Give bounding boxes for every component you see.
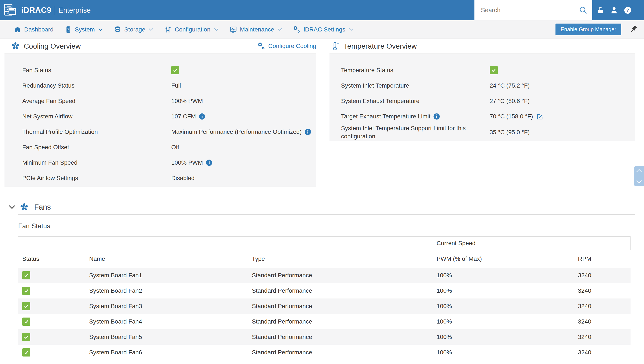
pin-icon[interactable] xyxy=(628,25,638,35)
cell-name: System Board Fan2 xyxy=(85,287,248,294)
status-ok-icon xyxy=(22,333,30,341)
fans-section-title: Fans xyxy=(34,203,51,211)
nav-item-label: Storage xyxy=(124,26,145,33)
table-row: System Board Fan3Standard Performance100… xyxy=(18,298,630,314)
cooling-rows: Fan StatusRedundancy StatusFullAverage F… xyxy=(4,54,316,187)
system-icon xyxy=(64,26,72,33)
svg-text:?: ? xyxy=(626,8,629,13)
temperature-rows: Temperature StatusSystem Inlet Temperatu… xyxy=(330,54,635,141)
group-cell-current-speed: Current Speed xyxy=(434,236,630,250)
chevron-up-icon[interactable] xyxy=(636,169,642,172)
nav-item-label: iDRAC Settings xyxy=(304,26,345,33)
unlock-icon[interactable] xyxy=(596,6,605,15)
table-group-header-row: Current Speed xyxy=(18,236,630,250)
nav-item-idrac-settings[interactable]: iDRAC Settings xyxy=(293,26,354,33)
column-header-pwm-of-max-: PWM (% of Max) xyxy=(434,255,575,262)
nav-item-label: Dashboard xyxy=(24,26,54,33)
cell-status xyxy=(18,333,85,341)
cell-status xyxy=(18,287,85,295)
configure-cooling-link[interactable]: Configure Cooling xyxy=(258,39,316,54)
info-icon[interactable] xyxy=(206,159,212,166)
chevron-down-icon xyxy=(98,28,103,31)
nav-right: Enable Group Manager xyxy=(556,20,638,39)
table-row: System Board Fan4Standard Performance100… xyxy=(18,314,630,329)
idrac-logo-icon xyxy=(3,4,17,17)
cell-rpm: 3240 xyxy=(575,349,630,356)
table-row: System Board Fan1Standard Performance100… xyxy=(18,268,630,283)
fan-icon xyxy=(20,203,29,212)
chevron-down-icon xyxy=(214,28,218,31)
fans-section-header: Fans xyxy=(8,200,51,214)
group-cell-empty xyxy=(18,236,85,250)
status-ok-icon xyxy=(171,66,180,74)
nav-item-storage[interactable]: Storage xyxy=(114,26,153,33)
cooling-overview-header: Cooling Overview Configure Cooling xyxy=(4,39,316,54)
storage-icon xyxy=(114,26,121,33)
row-label: Average Fan Speed xyxy=(4,97,171,105)
column-header-type: Type xyxy=(248,255,434,262)
row-label: Thermal Profile Optimization xyxy=(4,128,171,136)
table-column-header-row: StatusNameTypePWM (% of Max)RPM xyxy=(18,250,630,268)
brand-name: iDRAC9 xyxy=(21,6,51,15)
nav-item-label: System xyxy=(75,26,95,33)
cell-rpm: 3240 xyxy=(575,287,630,294)
table-body: System Board Fan1Standard Performance100… xyxy=(18,268,630,360)
search-icon[interactable] xyxy=(579,6,588,15)
enable-group-manager-button[interactable]: Enable Group Manager xyxy=(556,24,621,35)
configuration-icon xyxy=(164,26,172,33)
nav-item-label: Configuration xyxy=(175,26,210,33)
kv-row: System Exhaust Temperature27 °C (80.6 °F… xyxy=(330,93,635,109)
cell-type: Standard Performance xyxy=(248,349,434,356)
info-icon[interactable] xyxy=(434,113,440,120)
edit-icon[interactable] xyxy=(536,113,543,120)
chevron-down-icon[interactable] xyxy=(636,180,642,184)
group-cell-empty xyxy=(85,236,434,250)
row-label: System Inlet Temperature Support Limit f… xyxy=(330,124,490,140)
status-ok-icon xyxy=(22,302,30,310)
cell-status xyxy=(18,348,85,356)
nav-item-label: Maintenance xyxy=(240,26,274,33)
chevron-down-icon[interactable] xyxy=(8,205,16,209)
column-header-name: Name xyxy=(85,255,248,262)
kv-row: Net System Airflow107 CFM xyxy=(4,109,316,124)
cell-type: Standard Performance xyxy=(248,272,434,279)
cell-rpm: 3240 xyxy=(575,334,630,340)
temperature-overview-panel: Temperature Overview Temperature StatusS… xyxy=(330,39,635,141)
row-label: System Inlet Temperature xyxy=(330,82,490,90)
info-icon[interactable] xyxy=(305,129,311,135)
brand: iDRAC9 Enterprise xyxy=(3,0,91,20)
row-label: Target Exhaust Temperature Limit xyxy=(330,112,490,121)
chevron-down-icon xyxy=(278,28,282,31)
column-header-status: Status xyxy=(18,255,85,262)
row-value: Off xyxy=(171,144,179,151)
cell-type: Standard Performance xyxy=(248,318,434,325)
nav-item-system[interactable]: System xyxy=(64,26,103,33)
kv-row: PCIe Airflow SettingsDisabled xyxy=(4,170,316,186)
cell-type: Standard Performance xyxy=(248,287,434,294)
nav-items: Dashboard System Storage Configuration M… xyxy=(14,20,354,39)
column-header-rpm: RPM xyxy=(575,255,630,262)
nav-bar: Dashboard System Storage Configuration M… xyxy=(0,20,644,39)
row-value: Full xyxy=(171,82,181,89)
nav-item-maintenance[interactable]: Maintenance xyxy=(230,26,282,33)
status-ok-icon xyxy=(22,317,30,326)
row-label: Fan Speed Offset xyxy=(4,143,171,151)
temperature-overview-title: Temperature Overview xyxy=(344,42,417,50)
nav-item-configuration[interactable]: Configuration xyxy=(164,26,218,33)
nav-item-dashboard[interactable]: Dashboard xyxy=(14,26,54,33)
help-icon[interactable]: ? xyxy=(624,6,632,15)
row-value: 100% PWM xyxy=(171,98,203,104)
user-icon[interactable] xyxy=(610,6,618,15)
search-input[interactable] xyxy=(474,7,579,14)
kv-row: Redundancy StatusFull xyxy=(4,78,316,93)
fan-icon xyxy=(11,42,20,51)
settings-gears-icon xyxy=(293,26,300,33)
cell-rpm: 3240 xyxy=(575,303,630,310)
cell-pwm: 100% xyxy=(434,287,575,294)
cell-name: System Board Fan5 xyxy=(85,334,248,340)
table-row: System Board Fan6Standard Performance100… xyxy=(18,345,630,360)
fan-status-table: Current Speed StatusNameTypePWM (% of Ma… xyxy=(18,236,630,360)
info-icon[interactable] xyxy=(199,113,205,120)
configure-cooling-label: Configure Cooling xyxy=(268,43,316,50)
cell-name: System Board Fan4 xyxy=(85,318,248,325)
